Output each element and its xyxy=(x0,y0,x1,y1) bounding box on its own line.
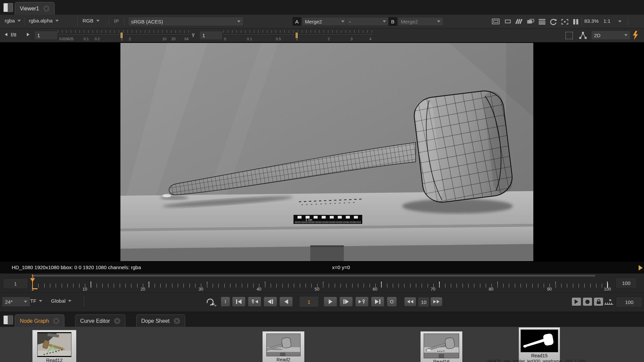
flipbook-play-button[interactable] xyxy=(572,298,581,306)
divider xyxy=(582,17,582,25)
gain-slider-track xyxy=(58,34,189,36)
dope-sheet-tab-close-icon[interactable]: ✕ xyxy=(174,318,180,324)
prev-keyframe-button[interactable] xyxy=(248,297,261,307)
node-tree-icon[interactable] xyxy=(578,31,588,40)
curve-editor-tab-label: Curve Editor xyxy=(80,318,110,324)
gain-slider[interactable]: 0.015625 0.1 0.2 1 2 10 20 64 xyxy=(58,30,189,42)
channel-mode-dropdown[interactable]: RGB xyxy=(83,18,100,23)
gain-input[interactable]: 1 xyxy=(34,31,58,40)
viewer-canvas[interactable]: 1 cm xyxy=(0,42,644,262)
viewer-toolbar-top: rgba rgba.alpha RGB IP sRGB (ACES) A Mer… xyxy=(0,15,644,28)
node-read2[interactable]: Read2 xyxy=(262,331,305,362)
gamma-input[interactable]: 1 xyxy=(199,31,223,40)
lock-range-button[interactable] xyxy=(594,298,603,306)
timeline-mode-dropdown[interactable]: TF xyxy=(30,298,42,304)
key-icon xyxy=(251,299,255,304)
divider xyxy=(109,17,109,25)
play-forward-button[interactable] xyxy=(324,297,337,307)
node-graph-tab-close-icon[interactable]: ✕ xyxy=(53,318,59,324)
fstop-value[interactable]: f/8 xyxy=(11,32,16,38)
skip-backward-button[interactable] xyxy=(404,297,416,306)
pointer-coordinates: x=0 y=0 xyxy=(332,264,350,270)
viewer-tab-close-icon[interactable]: ✕ xyxy=(43,5,50,12)
record-button[interactable] xyxy=(583,298,592,306)
gain-slider-ticks xyxy=(58,30,189,33)
gamma-symbol: γ xyxy=(192,32,195,38)
tab-curve-editor[interactable]: Curve Editor ✕ xyxy=(75,314,125,327)
chevron-down-icon[interactable] xyxy=(618,20,622,22)
format-mask-icon[interactable] xyxy=(504,18,512,24)
timeline-scroll-strip[interactable] xyxy=(32,275,595,277)
range-end-field[interactable]: 100 xyxy=(616,297,643,307)
curve-editor-tab-close-icon[interactable]: ✕ xyxy=(114,318,120,324)
layer-dropdown[interactable]: rgba xyxy=(5,18,21,23)
svg-text:1 cm: 1 cm xyxy=(306,218,312,222)
alpha-layer-dropdown[interactable]: rgba.alpha xyxy=(29,18,59,23)
pane-layout-icon[interactable] xyxy=(3,315,13,324)
frame-skip-field[interactable]: 10 xyxy=(418,297,429,307)
render-flipbook-icon[interactable] xyxy=(604,298,614,305)
gamma-slider[interactable]: 0 0.1 0.5 1 2 3 4 xyxy=(223,30,373,42)
lock-icon xyxy=(596,299,602,305)
viewed-image-wireframe-mallet: 1 cm xyxy=(120,43,533,261)
tab-viewer1[interactable]: Viewer1 ✕ xyxy=(15,2,55,15)
frame-range-mode-dropdown[interactable]: Global xyxy=(51,298,71,304)
next-keyframe-button[interactable] xyxy=(355,297,369,307)
viewer-toolbar-exposure: f/8 1 0.015625 0.1 0.2 1 2 10 20 64 γ 1 … xyxy=(0,28,644,43)
goto-start-button[interactable] xyxy=(232,297,246,307)
play-backward-button[interactable] xyxy=(279,297,293,307)
input-b-badge: B xyxy=(388,17,397,26)
next-frame-button[interactable] xyxy=(339,297,353,307)
refresh-icon[interactable] xyxy=(549,18,557,25)
ruler-label: 100 xyxy=(604,287,611,292)
pause-icon[interactable] xyxy=(573,18,579,25)
playback-loop-icon[interactable] xyxy=(205,298,217,306)
read15-filename-caption: 240425_raw_mallet_led300_wireframe_-001 … xyxy=(487,359,585,362)
gamma-slider-track xyxy=(223,34,373,36)
playhead-stem[interactable] xyxy=(32,281,33,289)
timeline-end-field[interactable]: 100 xyxy=(615,278,637,288)
viewer-process-dropdown[interactable]: sRGB (ACES) xyxy=(128,17,244,26)
goto-end-button[interactable] xyxy=(371,297,384,307)
fps-dropdown[interactable]: 24* xyxy=(2,297,30,307)
set-in-point-button[interactable]: I xyxy=(221,297,230,307)
node-read16[interactable]: Read16 xyxy=(420,331,463,362)
input-b-dropdown[interactable]: Merge2 xyxy=(398,17,443,26)
timeline[interactable]: 1 1 10 20 30 40 50 60 70 80 90 100 1 100 xyxy=(0,274,644,292)
monitor-out-icon[interactable] xyxy=(527,18,535,24)
play-icon xyxy=(575,299,578,304)
timeline-start-field[interactable]: 1 xyxy=(3,278,28,289)
ruler-label: 90 xyxy=(547,287,552,292)
current-frame-field[interactable]: 1 xyxy=(300,297,318,307)
tab-dope-sheet[interactable]: Dope Sheet ✕ xyxy=(136,314,185,327)
stereo-lines-icon[interactable] xyxy=(538,18,546,24)
divider xyxy=(24,17,24,25)
prev-frame-button[interactable] xyxy=(264,297,277,307)
lightning-bolt-icon[interactable] xyxy=(633,31,639,40)
ruler-label: 30 xyxy=(199,287,203,292)
zoom-level-value[interactable]: 83.3% xyxy=(584,18,599,24)
blend-mode-dropdown[interactable]: - xyxy=(346,17,389,26)
divider xyxy=(77,17,77,25)
fstop-next-icon[interactable] xyxy=(27,33,30,36)
view-mode-dropdown[interactable]: 2D xyxy=(591,31,631,40)
input-a-dropdown[interactable]: Merge2 xyxy=(302,17,347,26)
skip-forward-button[interactable] xyxy=(430,297,442,306)
node-read12[interactable]: Read12 IMG_4780.JPG xyxy=(32,330,76,362)
pixel-aspect-value[interactable]: 1:1 xyxy=(603,18,610,24)
set-out-point-button[interactable]: O xyxy=(387,297,397,307)
node-graph-panel[interactable]: Read12 IMG_4780.JPG Read2 xyxy=(0,327,644,362)
tab-node-graph[interactable]: Node Graph ✕ xyxy=(15,314,64,327)
gate-display-icon[interactable] xyxy=(492,18,500,24)
node-read15[interactable]: Read15 xyxy=(519,327,560,362)
pane-layout-icon[interactable] xyxy=(3,3,13,12)
input-process-button[interactable]: IP xyxy=(114,18,119,24)
chevron-down-icon xyxy=(55,20,59,22)
zebra-overlay-icon[interactable] xyxy=(515,18,523,24)
roi-target-icon[interactable] xyxy=(561,18,569,25)
marquee-select-icon[interactable] xyxy=(566,32,573,39)
chevron-down-icon xyxy=(237,20,240,22)
fstop-prev-icon[interactable] xyxy=(5,33,7,36)
gamma-slider-ticks xyxy=(223,30,373,33)
chevron-down-icon xyxy=(24,301,27,303)
